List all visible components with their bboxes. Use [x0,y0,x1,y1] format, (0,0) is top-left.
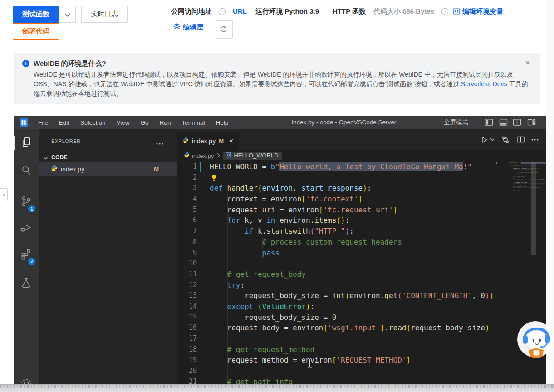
tab-label: index.py [192,137,216,145]
assistant-mascot[interactable] [517,320,554,361]
activity-source-control[interactable]: 1 [14,194,39,210]
tab-bar: index.py M × [177,129,546,150]
help-icon[interactable]: ? [441,8,448,15]
fullscreen-mode-button[interactable]: 全屏模式 [444,116,468,129]
code-line: 19 request_method = environ['REQUEST_MET… [177,355,546,366]
indent-guide [245,226,245,259]
url-link[interactable]: URL [233,7,247,15]
realtime-logs-button[interactable]: 实时日志 [81,6,128,23]
edit-layers-link[interactable]: 编辑层 [173,23,203,32]
line-number: 17 [177,333,197,344]
editor-group: index.py M × index.py [177,129,546,392]
refresh-button[interactable] [215,20,233,39]
line-number: 3 [177,183,197,194]
extensions-badge: 2 [28,258,35,265]
code-line: 18 # get request_method [177,344,546,355]
deploy-code-button[interactable]: 部署代码 [13,23,59,40]
close-icon[interactable]: × [525,58,530,67]
editor-scrollbar[interactable] [531,162,536,255]
menu-selection[interactable]: Selection [75,119,111,126]
menu-run[interactable]: Run [154,119,176,126]
code-line: 12 try: [177,280,546,291]
run-python-file-button[interactable] [480,135,495,144]
edit-env-vars-link[interactable]: 编辑环境变量 [453,7,503,16]
bottom-overlay-strip [0,384,554,392]
more-actions-icon[interactable] [156,138,163,147]
toggle-sidebar-icon[interactable] [485,118,493,128]
vscode-titlebar: FileEditSelectionViewGoRunTerminalHelp i… [14,116,546,129]
line-number: 10 [177,258,197,269]
code-editor[interactable]: 1HELLO_WORLD = b"Hello world, a Test by … [177,162,546,392]
run-or-debug-icon[interactable] [501,135,510,144]
menu-help[interactable]: Help [210,119,234,126]
test-function-dropdown-button[interactable] [59,6,76,23]
flask-icon [20,277,32,291]
menu-edit[interactable]: Edit [54,119,75,126]
close-icon[interactable]: × [229,137,233,145]
minimap-line: # get path info [498,190,529,191]
code-section-header[interactable]: CODE [39,152,177,162]
code-line: 10 [177,258,546,269]
activity-run-debug[interactable] [14,220,39,236]
public-url-label: 公网访问地址 [171,7,212,16]
layers-icon [173,23,181,32]
source-control-badge: 1 [28,205,35,212]
search-icon [20,164,32,178]
python-file-icon [182,137,189,145]
code-line: 8 # process custom request headers [177,237,546,248]
toggle-secondary-sidebar-icon[interactable] [513,118,521,128]
toggle-panel-icon[interactable] [499,118,508,128]
panel-expander-button[interactable]: > [0,188,8,201]
lightbulb-icon[interactable] [211,174,217,181]
breadcrumbs: index.py HELLO_WORLD [177,150,546,162]
code-line: 4 context = environ['fc.context'] [177,194,546,205]
more-actions-icon[interactable] [531,139,539,141]
line-number: 2 [177,172,197,183]
line-number: 6 [177,215,197,226]
split-editor-icon[interactable] [516,136,525,143]
editor-actions [480,129,546,150]
customize-layout-icon[interactable] [527,118,536,128]
tab-indexpy[interactable]: index.py M × [177,132,239,150]
modified-line-gutter-marker [200,162,201,172]
line-number: 12 [177,280,197,291]
code-window-icon [453,8,460,16]
code-line: 14 except (ValueError): [177,301,546,312]
activity-extensions[interactable]: 2 [14,246,39,263]
line-number: 4 [177,194,197,205]
breadcrumb-symbol[interactable]: HELLO_WORLD [223,152,281,160]
breadcrumb-file[interactable]: index.py [184,152,214,159]
code-line: 20 [177,366,546,377]
minimap[interactable]: HELLO_WORLD = b"Hello world, a Test by C… [498,162,529,191]
code-line: 6 for k, v in environ.items(): [177,215,546,226]
symbol-icon [226,152,231,159]
code-line: 17 [177,333,546,344]
line-number: 9 [177,248,197,259]
banner-body: WebIDE 是可以帮助开发者快速进行代码测试，以及项目构建、依赖安装，但是 W… [34,70,528,98]
file-item-indexpy[interactable]: index.py M [39,162,177,176]
runtime-label: 运行环境 Python 3.9 [255,7,319,16]
menu-file[interactable]: File [33,119,54,126]
activity-search[interactable] [14,163,39,179]
line-number: 5 [177,205,197,216]
code-line: 1HELLO_WORLD = b"Hello world, a Test by … [177,162,546,172]
menu-view[interactable]: View [111,119,135,126]
run-debug-icon [20,221,32,235]
serverless-devs-link[interactable]: Serverless Devs [461,80,507,88]
activity-testing[interactable] [14,275,39,292]
menu-terminal[interactable]: Terminal [176,119,210,126]
line-number: 15 [177,312,197,323]
menu-go[interactable]: Go [135,119,154,126]
files-icon [20,136,32,150]
code-size-label: 代码大小 686 Bytes [373,7,434,16]
activity-explorer[interactable] [14,135,39,151]
chevron-right-icon [217,152,220,159]
line-number: 1 [177,162,197,172]
help-icon[interactable]: ? [219,8,226,15]
code-line: 7 if k.startswith("HTTP_"): [177,226,546,237]
minimap-modified-marker [496,162,497,164]
python-file-icon [51,165,58,173]
vscode-window: FileEditSelectionViewGoRunTerminalHelp i… [14,116,546,392]
info-icon: i [22,60,29,67]
test-function-button[interactable]: 测试函数 [13,6,59,23]
